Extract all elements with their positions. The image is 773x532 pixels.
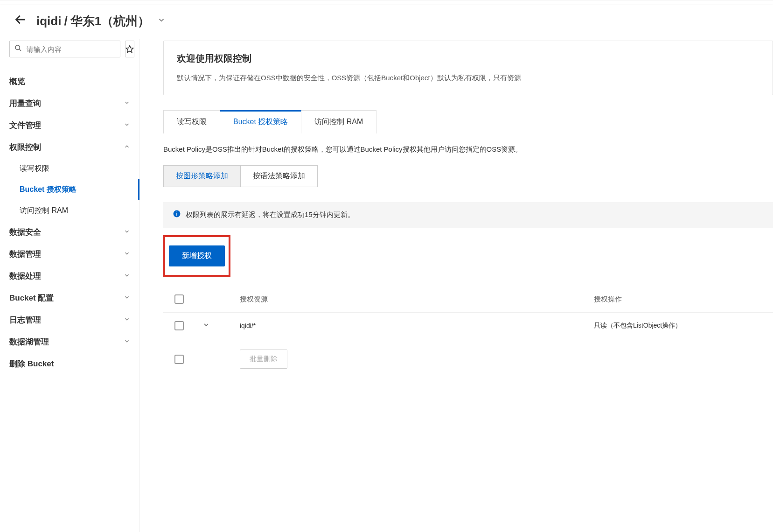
tab-policy[interactable]: Bucket 授权策略 (220, 110, 301, 133)
page-header: iqidi / 华东1（杭州） (0, 4, 773, 39)
info-banner: 权限列表的展示有延迟，将在设置成功15分钟内更新。 (163, 202, 773, 228)
sidebar-item-security[interactable]: 数据安全 (9, 221, 130, 243)
sidebar-item-datalake[interactable]: 数据湖管理 (9, 331, 130, 353)
welcome-card: 欢迎使用权限控制 默认情况下，为保证存储在OSS中数据的安全性，OSS资源（包括… (163, 41, 773, 95)
svg-rect-6 (176, 212, 177, 213)
main-content: 欢迎使用权限控制 默认情况下，为保证存储在OSS中数据的安全性，OSS资源（包括… (140, 39, 773, 532)
add-auth-button[interactable]: 新增授权 (169, 245, 225, 266)
chevron-down-icon[interactable] (157, 16, 166, 27)
tabs: 读写权限 Bucket 授权策略 访问控制 RAM (163, 110, 773, 134)
add-mode-graphical[interactable]: 按图形策略添加 (164, 166, 240, 187)
sidebar-item-usage[interactable]: 用量查询 (9, 92, 130, 114)
sidebar-item-label: 数据处理 (9, 271, 41, 281)
table-row: iqidi/* 只读（不包含ListObject操作） (163, 313, 773, 339)
tab-rw[interactable]: 读写权限 (163, 110, 220, 133)
sidebar-item-dataprocess[interactable]: 数据处理 (9, 265, 130, 287)
highlight-box: 新增授权 (163, 235, 230, 277)
welcome-title: 欢迎使用权限控制 (177, 52, 759, 65)
auth-table: 授权资源 授权操作 iqidi/* 只读（不包含ListObject操作） 批量… (163, 286, 773, 377)
row-action: 只读（不包含ListObject操作） (594, 322, 762, 330)
row-checkbox[interactable] (174, 321, 184, 330)
add-mode-syntax[interactable]: 按语法策略添加 (240, 166, 317, 187)
welcome-text: 默认情况下，为保证存储在OSS中数据的安全性，OSS资源（包括Bucket和Ob… (177, 72, 759, 84)
chevron-down-icon (124, 99, 130, 107)
sidebar-subitem-ram[interactable]: 访问控制 RAM (9, 200, 130, 221)
breadcrumb-sep: / (64, 14, 67, 28)
sidebar-item-label: 数据安全 (9, 227, 41, 238)
sidebar-item-label: 删除 Bucket (9, 358, 54, 369)
back-arrow-icon[interactable] (14, 13, 27, 29)
breadcrumb: iqidi / 华东1（杭州） (36, 13, 166, 29)
favorite-button[interactable] (125, 41, 134, 57)
sidebar-subitem-policy[interactable]: Bucket 授权策略 (9, 179, 139, 200)
search-input[interactable] (27, 45, 115, 53)
svg-line-2 (19, 49, 21, 51)
tab-ram[interactable]: 访问控制 RAM (301, 110, 376, 133)
info-banner-text: 权限列表的展示有延迟，将在设置成功15分钟内更新。 (186, 210, 355, 219)
sidebar-item-label: Bucket 配置 (9, 293, 54, 303)
chevron-down-icon (124, 316, 130, 324)
search-input-wrapper[interactable] (9, 41, 120, 57)
sidebar-item-label: 日志管理 (9, 315, 41, 325)
chevron-up-icon (124, 143, 130, 151)
policy-description: Bucket Policy是OSS推出的针对Bucket的授权策略，您可以通过B… (163, 145, 773, 154)
svg-marker-3 (126, 46, 133, 53)
sidebar-item-bucketcfg[interactable]: Bucket 配置 (9, 287, 130, 309)
sidebar-item-label: 用量查询 (9, 98, 41, 109)
sidebar-item-overview[interactable]: 概览 (9, 70, 130, 92)
select-all-checkbox[interactable] (174, 294, 184, 304)
sidebar-item-label: 概览 (9, 76, 25, 87)
chevron-down-icon[interactable] (202, 322, 210, 330)
svg-rect-5 (176, 213, 177, 216)
chevron-down-icon (124, 121, 130, 129)
breadcrumb-bucket: iqidi (36, 14, 61, 28)
footer-checkbox[interactable] (174, 355, 184, 364)
chevron-down-icon (124, 228, 130, 236)
table-footer: 批量删除 (163, 339, 773, 377)
bulk-delete-button[interactable]: 批量删除 (240, 350, 287, 369)
sidebar-item-delete[interactable]: 删除 Bucket (9, 353, 130, 375)
sidebar-item-label: 权限控制 (9, 142, 41, 153)
sidebar: 概览 用量查询 文件管理 权限控制 读写权限 Bucket 授权策略 访问控制 … (0, 39, 140, 532)
sidebar-subitem-rw[interactable]: 读写权限 (9, 158, 130, 179)
chevron-down-icon (124, 250, 130, 258)
sidebar-item-logs[interactable]: 日志管理 (9, 309, 130, 331)
sidebar-item-label: 数据湖管理 (9, 336, 49, 347)
col-header-resource: 授权资源 (240, 295, 594, 304)
info-icon (173, 210, 181, 220)
chevron-down-icon (124, 338, 130, 346)
row-resource: iqidi/* (240, 322, 594, 329)
search-icon (14, 44, 22, 54)
sidebar-item-files[interactable]: 文件管理 (9, 114, 130, 136)
sidebar-item-datamgmt[interactable]: 数据管理 (9, 243, 130, 265)
breadcrumb-region: 华东1（杭州） (70, 13, 150, 29)
tab-content: Bucket Policy是OSS推出的针对Bucket的授权策略，您可以通过B… (163, 134, 773, 388)
sidebar-item-permissions[interactable]: 权限控制 (9, 136, 130, 158)
col-header-action: 授权操作 (594, 295, 762, 304)
chevron-down-icon (124, 294, 130, 302)
sidebar-item-label: 数据管理 (9, 249, 41, 259)
table-header: 授权资源 授权操作 (163, 286, 773, 313)
svg-point-1 (15, 45, 20, 49)
chevron-down-icon (124, 272, 130, 280)
add-mode-toggle: 按图形策略添加 按语法策略添加 (163, 165, 318, 187)
sidebar-item-label: 文件管理 (9, 120, 41, 131)
